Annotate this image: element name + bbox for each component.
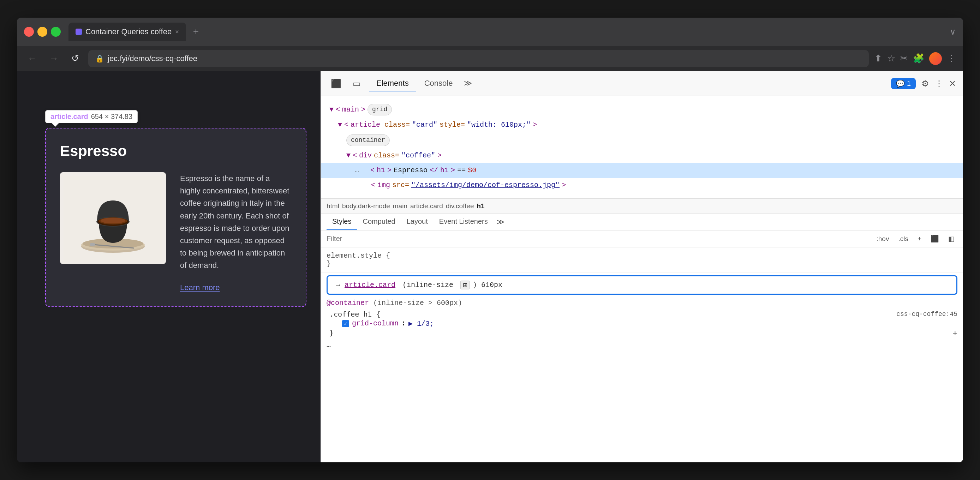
tab-title: Container Queries coffee: [86, 27, 172, 37]
tab-computed[interactable]: Computed: [357, 214, 401, 230]
card-body: Espresso is the name of a highly concent…: [60, 172, 291, 292]
device-toggle-button[interactable]: ▭: [350, 76, 364, 91]
card-text-area: Espresso is the name of a highly concent…: [180, 172, 291, 292]
reload-button[interactable]: ↺: [68, 51, 83, 66]
close-traffic-light[interactable]: [24, 27, 34, 37]
nav-actions: ⬆ ☆ ✂ 🧩 ⋮: [875, 52, 956, 65]
webpage-area: article.card 654 × 374.83 Espresso: [17, 71, 321, 463]
container-query-box[interactable]: → article.card (inline-size ⊞ ) 610px: [326, 275, 958, 295]
espresso-card: Espresso: [45, 128, 306, 307]
breadcrumb-bar: html body.dark-mode main article.card di…: [321, 199, 963, 214]
cq-selector[interactable]: article.card: [345, 281, 395, 289]
inspect-element-button[interactable]: ⬛: [328, 76, 344, 91]
profile-avatar[interactable]: [929, 52, 942, 65]
coffee-h1-rule: .coffee h1 { css-cq-coffee:45 grid-colum…: [321, 308, 963, 339]
devtools-panel: ⬛ ▭ Elements Console ≫ 💬 1 ⚙ ⋮ ✕: [321, 71, 963, 463]
menu-button[interactable]: ⋮: [947, 53, 956, 64]
window-menu-button[interactable]: ∨: [950, 27, 956, 37]
add-class-button[interactable]: +: [915, 234, 924, 244]
tooltip-tag: article.card: [51, 113, 88, 121]
new-tab-button[interactable]: +: [189, 25, 203, 39]
traffic-lights: [24, 27, 61, 37]
breadcrumb-h1[interactable]: h1: [477, 202, 484, 210]
element-style-close: }: [326, 260, 958, 268]
property-checkbox[interactable]: [342, 320, 349, 327]
toggle-sidebar-button[interactable]: ◧: [945, 233, 958, 244]
element-style-selector: element.style {: [326, 252, 958, 260]
devtools-tabs: Elements Console ≫: [369, 76, 885, 91]
styles-tabs: Styles Computed Layout Event Listeners ≫: [321, 214, 963, 230]
css-source-link[interactable]: css-cq-coffee:45: [380, 311, 958, 318]
tab-console[interactable]: Console: [417, 76, 460, 91]
cq-value: ) 610px: [473, 281, 502, 289]
devtools-more-button[interactable]: ⋮: [935, 79, 943, 89]
tab-styles[interactable]: Styles: [326, 214, 357, 230]
img-src-link[interactable]: "/assets/img/demo/cof-espresso.jpg": [411, 180, 560, 191]
navigation-bar: ← → ↺ 🔒 jec.fyi/demo/css-cq-coffee ⬆ ☆ ✂…: [17, 46, 963, 71]
tooltip-size: 654 × 374.83: [91, 113, 132, 121]
element-style-rule: element.style { }: [321, 247, 963, 272]
svg-point-7: [100, 218, 125, 223]
html-tree: ▼ <main> grid ▼ <article class="card" st…: [321, 96, 963, 199]
element-tooltip: article.card 654 × 374.83: [45, 110, 138, 123]
cls-button[interactable]: .cls: [895, 234, 911, 244]
extensions-button[interactable]: 🧩: [913, 53, 924, 64]
filter-actions: :hov .cls + ⬛ ◧: [873, 233, 958, 244]
card-title: Espresso: [60, 143, 291, 159]
console-badge[interactable]: 💬 1: [891, 78, 916, 89]
tab-elements[interactable]: Elements: [369, 76, 416, 91]
scissors-button[interactable]: ✂: [900, 53, 908, 64]
partial-rule: …: [321, 339, 963, 350]
browser-window: Container Queries coffee × + ∨ ← → ↺ 🔒 j…: [17, 17, 963, 463]
styles-more-tabs[interactable]: ≫: [493, 214, 507, 230]
cq-condition-pre: (inline-size: [398, 281, 458, 289]
card-description: Espresso is the name of a highly concent…: [180, 172, 291, 272]
breadcrumb-html[interactable]: html: [326, 202, 339, 210]
tab-layout[interactable]: Layout: [401, 214, 434, 230]
tree-img-line[interactable]: <img src="/assets/img/demo/cof-espresso.…: [321, 178, 963, 193]
breadcrumb-body[interactable]: body.dark-mode: [342, 202, 390, 210]
cq-arrow-icon: →: [335, 281, 342, 289]
badge-count: 1: [907, 79, 911, 87]
tab-bar: Container Queries coffee × +: [68, 22, 945, 41]
at-container-rule: @container (inline-size > 600px): [321, 297, 963, 308]
tab-event-listeners[interactable]: Event Listeners: [434, 214, 493, 230]
tab-favicon: [76, 29, 82, 35]
tree-h1-line[interactable]: … <h1> Espresso </h1> == $0: [321, 163, 963, 178]
address-text: jec.fyi/demo/css-cq-coffee: [108, 54, 197, 63]
tree-main-line[interactable]: ▼ <main> grid: [321, 102, 963, 118]
chat-icon: 💬: [896, 79, 905, 88]
copy-styles-button[interactable]: ⬛: [928, 233, 942, 244]
address-bar[interactable]: 🔒 jec.fyi/demo/css-cq-coffee: [88, 50, 869, 67]
maximize-traffic-light[interactable]: [51, 27, 61, 37]
hov-button[interactable]: :hov: [873, 234, 892, 244]
forward-button[interactable]: →: [46, 51, 62, 66]
main-content: article.card 654 × 374.83 Espresso: [17, 71, 963, 463]
tab-close-button[interactable]: ×: [175, 28, 179, 36]
title-bar: Container Queries coffee × + ∨: [17, 17, 963, 46]
learn-more-link[interactable]: Learn more: [180, 283, 291, 292]
more-tabs-button[interactable]: ≫: [461, 76, 475, 91]
devtools-close-button[interactable]: ✕: [949, 79, 956, 89]
devtools-toolbar: ⬛ ▭ Elements Console ≫ 💬 1 ⚙ ⋮ ✕: [321, 71, 963, 96]
breadcrumb-div[interactable]: div.coffee: [446, 202, 474, 210]
tree-article-line[interactable]: ▼ <article class="card" style="width: 61…: [321, 118, 963, 132]
minimize-traffic-light[interactable]: [37, 27, 47, 37]
active-tab[interactable]: Container Queries coffee ×: [68, 22, 186, 41]
add-property-button[interactable]: +: [953, 329, 958, 337]
espresso-svg: [64, 176, 162, 261]
back-button[interactable]: ←: [24, 51, 40, 66]
filter-bar: :hov .cls + ⬛ ◧: [321, 230, 963, 247]
breadcrumb-main[interactable]: main: [393, 202, 407, 210]
styles-panel: Styles Computed Layout Event Listeners ≫…: [321, 214, 963, 463]
devtools-settings-button[interactable]: ⚙: [921, 79, 929, 89]
cq-resize-icon: ⊞: [460, 281, 470, 289]
bookmark-button[interactable]: ☆: [887, 53, 895, 64]
styles-filter-input[interactable]: [326, 235, 870, 243]
espresso-image: [60, 172, 166, 264]
grid-column-property: grid-column : ▶ 1/3;: [329, 318, 958, 329]
tree-div-coffee-line[interactable]: ▼ <div class="coffee" >: [321, 148, 963, 163]
breadcrumb-article[interactable]: article.card: [410, 202, 443, 210]
tree-container-pill[interactable]: container: [321, 132, 963, 148]
share-button[interactable]: ⬆: [875, 53, 882, 64]
